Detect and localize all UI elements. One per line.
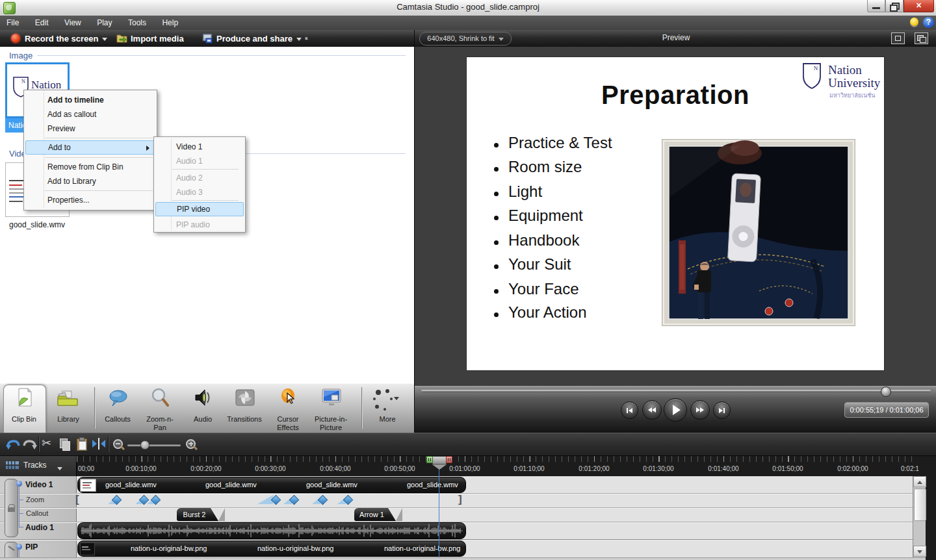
selection-out-handle[interactable] — [446, 456, 452, 463]
track-label-audio1[interactable]: Audio 1 — [25, 523, 54, 532]
menu-add-to[interactable]: Add to — [25, 140, 155, 155]
previous-frame-button[interactable] — [621, 401, 638, 419]
track-group-handle[interactable] — [5, 479, 18, 537]
playhead-line[interactable] — [439, 465, 439, 557]
timeline-ruler[interactable]: 00;00 0:00:10;00 0:00:20;00 0:00:30;00 0… — [77, 456, 936, 476]
fast-forward-button[interactable] — [690, 400, 710, 420]
tab-more[interactable]: More — [368, 415, 407, 424]
slide-bullet: Light — [508, 183, 542, 201]
menu-remove-from-clip-bin[interactable]: Remove from Clip Bin — [25, 160, 155, 174]
submenu-video1[interactable]: Video 1 — [155, 140, 244, 154]
clip-context-menu: Add to timeline Add as callout Preview A… — [23, 90, 157, 210]
chevron-down-icon — [499, 38, 504, 41]
tab-callouts[interactable]: Callouts — [98, 415, 138, 424]
video-track-clip[interactable]: good_slide.wmv good_slide.wmv good_slide… — [77, 477, 466, 493]
time-display: 0:00:55;19 / 0:01:00;06 — [844, 402, 929, 418]
picture-in-picture-icon — [321, 388, 342, 407]
tab-audio[interactable]: Audio — [185, 415, 221, 424]
toolbar-overflow-icon[interactable]: ▾– — [305, 35, 308, 42]
help-icon[interactable]: ? — [923, 17, 934, 28]
redo-icon[interactable] — [22, 438, 38, 451]
scrollbar-thumb[interactable] — [914, 489, 926, 521]
menu-edit[interactable]: Edit — [29, 16, 55, 30]
zoom-in-icon[interactable] — [186, 439, 196, 449]
zoom-range-start-bracket[interactable]: [ — [75, 493, 79, 506]
paste-icon[interactable] — [76, 437, 89, 451]
clip-thumbnail — [80, 542, 95, 555]
restore-button[interactable] — [885, 0, 904, 12]
menu-help[interactable]: Help — [155, 16, 185, 30]
track-label-zoom[interactable]: Zoom — [26, 496, 44, 503]
close-button[interactable]: × — [904, 0, 934, 12]
pip-track-clip[interactable]: nation-u-original-bw.png nation-u-origin… — [77, 541, 466, 557]
timeline-zoom-slider-thumb[interactable] — [140, 440, 150, 450]
slide-bullet: Your Action — [508, 303, 587, 322]
menu-bar: File Edit View Play Tools Help — [0, 16, 936, 31]
tips-lightbulb-icon[interactable] — [910, 18, 918, 26]
menu-add-to-library[interactable]: Add to Library — [25, 174, 155, 188]
produce-share-button[interactable]: Produce and share — [216, 34, 302, 44]
fullscreen-icon[interactable] — [891, 32, 905, 44]
track-label-callout[interactable]: Callout — [26, 509, 48, 517]
menu-view[interactable]: View — [58, 16, 88, 30]
selection-in-handle[interactable] — [426, 456, 433, 463]
window-title: Camtasia Studio - good_slide.camproj — [0, 2, 936, 12]
audio-track-clip[interactable] — [77, 522, 466, 539]
submenu-audio3: Audio 3 — [155, 185, 244, 199]
tab-library[interactable]: Library — [49, 415, 88, 424]
image-section-label: Image — [9, 51, 32, 60]
submenu-audio1: Audio 1 — [155, 154, 244, 168]
minimize-button[interactable] — [867, 0, 885, 12]
undo-icon[interactable] — [5, 438, 21, 451]
library-icon — [57, 388, 79, 408]
detach-preview-icon[interactable] — [915, 32, 928, 44]
audio-waveform — [78, 523, 465, 539]
audio-icon — [193, 387, 213, 408]
split-icon[interactable] — [92, 438, 105, 450]
slide-bullet: Equipment — [508, 207, 583, 225]
scroll-up-button[interactable] — [913, 476, 926, 487]
tab-transitions[interactable]: Transitions — [221, 415, 268, 424]
track-label-video1[interactable]: Video 1 — [25, 480, 53, 489]
menu-properties[interactable]: Properties... — [25, 193, 155, 207]
rewind-button[interactable] — [642, 400, 662, 420]
record-screen-button[interactable]: Record the screen — [25, 34, 107, 44]
tab-cursor-effects[interactable]: Cursor Effects — [269, 415, 307, 432]
tab-zoom-n-pan[interactable]: Zoom-n-Pan — [140, 415, 179, 432]
next-frame-button[interactable] — [713, 401, 731, 419]
zoom-n-pan-icon — [150, 387, 171, 408]
seek-handle[interactable] — [881, 387, 891, 397]
seek-bar[interactable] — [421, 390, 931, 392]
app-window: Camtasia Studio - good_slide.camproj × F… — [0, 0, 936, 560]
logo-text: Nation — [828, 63, 862, 77]
zoom-range-end-bracket[interactable]: ] — [458, 493, 462, 506]
transitions-icon — [235, 388, 255, 407]
scroll-down-button[interactable] — [913, 546, 926, 557]
play-button[interactable] — [664, 398, 687, 422]
submenu-audio2: Audio 2 — [155, 171, 244, 185]
zoom-out-icon[interactable] — [113, 439, 123, 449]
callouts-icon — [108, 388, 129, 408]
menu-preview[interactable]: Preview — [25, 121, 155, 136]
copy-icon[interactable] — [59, 438, 72, 451]
menu-add-as-callout[interactable]: Add as callout — [25, 107, 155, 121]
track-label-pip[interactable]: PIP — [25, 542, 38, 552]
timeline-zoom-slider[interactable] — [127, 444, 181, 446]
menu-play[interactable]: Play — [90, 16, 118, 30]
logo-thai-text: มหาวิทยาลัยเนชั่น — [829, 91, 876, 100]
tracks-dropdown[interactable]: Tracks — [23, 461, 47, 470]
more-icon — [376, 390, 381, 395]
menu-tools[interactable]: Tools — [122, 16, 153, 30]
playhead-tip[interactable] — [432, 465, 447, 470]
playhead-marker[interactable] — [432, 456, 447, 465]
timeline-vertical-scrollbar[interactable] — [913, 476, 926, 557]
horizontal-scroll-strip[interactable] — [0, 557, 926, 560]
menu-add-to-timeline[interactable]: Add to timeline — [25, 93, 155, 107]
menu-file[interactable]: File — [0, 16, 25, 30]
cut-icon[interactable]: ✂ — [42, 436, 51, 450]
slide-bullet: Room size — [508, 158, 582, 176]
import-media-button[interactable]: Import media — [131, 34, 184, 44]
submenu-pip-video[interactable]: PIP video — [155, 202, 244, 216]
preview-size-select[interactable]: 640x480, Shrink to fit — [419, 32, 512, 45]
tab-picture-in-picture[interactable]: Picture-in-Picture — [306, 415, 356, 432]
